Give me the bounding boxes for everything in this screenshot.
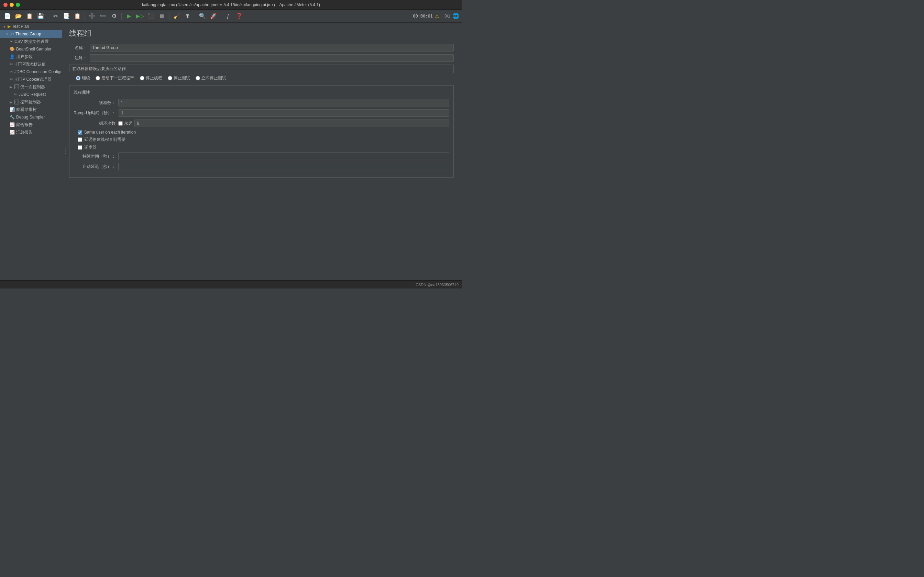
save-button[interactable]: 💾 <box>36 11 45 21</box>
radio-stop-test[interactable]: 停止测试 <box>168 75 190 81</box>
paste-button[interactable]: 📋 <box>73 11 82 21</box>
sidebar-item-csv[interactable]: ✂ CSV 数据文件设置 <box>0 38 62 45</box>
radio-stop-now[interactable]: 立即停止测试 <box>195 75 226 81</box>
thread-group-icon: ⚙ <box>10 32 14 36</box>
sidebar-item-label: 汇总报告 <box>16 129 33 135</box>
sidebar-item-label: 仅一次控制器 <box>20 84 45 90</box>
same-user-checkbox[interactable] <box>78 130 82 135</box>
sidebar-item-user-params[interactable]: 👤 用户参数 <box>0 53 62 60</box>
sidebar-item-jdbc-config[interactable]: ✂ JDBC Connection Configuration <box>0 68 62 76</box>
delay-create-checkbox[interactable] <box>78 137 82 142</box>
sidebar-item-label: HTTP Cookie管理器 <box>15 77 52 82</box>
new-button[interactable]: 📄 <box>3 11 12 21</box>
loop-forever-option[interactable]: 永远 <box>118 121 132 126</box>
sidebar-item-thread-group[interactable]: ▼ ⚙ Thread Group <box>0 30 62 38</box>
add-button[interactable]: ➕ <box>87 11 97 21</box>
copy-button[interactable]: 📑 <box>61 11 71 21</box>
sidebar-item-http-cookie[interactable]: ✂ HTTP Cookie管理器 <box>0 76 62 83</box>
toggle-button[interactable]: ⚙ <box>109 11 119 21</box>
expand-icon: ▼ <box>5 32 9 36</box>
radio-stop-thread[interactable]: 停止线程 <box>140 75 162 81</box>
duration-row: 持续时间（秒）： <box>74 153 449 160</box>
minimize-button[interactable] <box>10 3 14 7</box>
clear-button[interactable]: 🧹 <box>172 11 181 21</box>
beanshell-icon: 🎨 <box>10 47 15 52</box>
loop-control-icon: □ <box>15 100 19 105</box>
radio-continue[interactable]: 继续 <box>76 75 90 81</box>
duration-label: 持续时间（秒）： <box>74 153 118 160</box>
http-cookie-icon: ✂ <box>10 77 13 82</box>
save-as-button[interactable]: 📋 <box>25 11 34 21</box>
open-button[interactable]: 📂 <box>14 11 23 21</box>
window-controls[interactable] <box>3 3 20 7</box>
sidebar-item-label: HTTP请求默认值 <box>15 61 46 67</box>
clear-all-button[interactable]: 🗑 <box>183 11 192 21</box>
search-button[interactable]: 🔍 <box>198 11 207 21</box>
duration-input[interactable] <box>118 153 449 160</box>
scheduler-checkbox[interactable] <box>78 145 82 150</box>
toolbar-separator-3 <box>121 13 122 19</box>
warning-icon: ⚠ <box>435 13 439 19</box>
run-button[interactable]: ▶ <box>124 11 134 21</box>
run-no-pause-button[interactable]: ▶▷ <box>135 11 145 21</box>
radio-stop-now-input[interactable] <box>195 76 200 81</box>
sidebar-item-label: 聚合报告 <box>16 122 33 128</box>
close-button[interactable] <box>3 3 8 7</box>
loop-count-input[interactable] <box>134 119 449 127</box>
sidebar-item-label: 用户参数 <box>16 54 33 60</box>
sidebar-item-agg-report[interactable]: 📈 聚合报告 <box>0 121 62 129</box>
ramp-up-input[interactable] <box>119 109 449 117</box>
startup-delay-label: 启动延迟（秒）： <box>74 164 118 170</box>
function-button[interactable]: ƒ <box>223 11 233 21</box>
name-input[interactable] <box>90 44 454 52</box>
startup-delay-input[interactable] <box>118 163 449 170</box>
loop-count-label: 循环次数 <box>74 121 118 126</box>
radio-stop-thread-input[interactable] <box>140 76 144 81</box>
loop-forever-checkbox[interactable] <box>118 121 123 126</box>
sidebar-item-label: JDBC Request <box>19 92 46 97</box>
stop-button[interactable]: ⬛ <box>146 11 156 21</box>
sidebar-item-debug-sampler[interactable]: 🔧 Debug Sampler <box>0 113 62 121</box>
loop-count-row: 循环次数 永远 <box>74 119 449 127</box>
remote-button[interactable]: 🚀 <box>208 11 218 21</box>
sidebar-item-http-default[interactable]: ✂ HTTP请求默认值 <box>0 60 62 68</box>
once-control-icon: □ <box>15 84 19 89</box>
error-radio-group: 继续 启动下一进程循环 停止线程 停止测试 <box>69 75 454 81</box>
thread-count-input[interactable] <box>118 99 449 106</box>
radio-start-next[interactable]: 启动下一进程循环 <box>95 75 134 81</box>
loop-forever-label: 永远 <box>124 121 132 126</box>
sidebar-item-beanshell[interactable]: 🎨 BeanShell Sampler <box>0 45 62 53</box>
toolbar: 📄 📂 📋 💾 ✂ 📑 📋 ➕ ➖ ⚙ ▶ ▶▷ ⬛ ⏹ 🧹 🗑 🔍 🚀 ƒ ❓… <box>0 10 462 23</box>
comment-input[interactable] <box>90 54 454 62</box>
thread-count-row: 线程数： <box>74 99 449 106</box>
sidebar-item-label: 察看结果树 <box>16 107 37 113</box>
view-results-icon: 📊 <box>10 107 15 112</box>
sidebar-item-jdbc-request[interactable]: ✂ JDBC Request <box>0 91 62 98</box>
csv-icon: ✂ <box>10 39 13 44</box>
sidebar-item-view-results[interactable]: 📊 察看结果树 <box>0 106 62 113</box>
toolbar-separator-5 <box>195 13 195 19</box>
sidebar-item-once-control[interactable]: ▶ □ 仅一次控制器 <box>0 83 62 91</box>
help-button[interactable]: ❓ <box>234 11 244 21</box>
sidebar-item-label: 循环控制器 <box>20 99 41 105</box>
status-text: CSDN @qq13933506749 <box>415 283 459 287</box>
expand-icon: ▼ <box>3 25 6 29</box>
expand-icon: ▶ <box>10 100 13 104</box>
remove-button[interactable]: ➖ <box>98 11 108 21</box>
radio-start-next-input[interactable] <box>95 76 100 81</box>
sidebar-item-test-plan[interactable]: ▼ ▶ Test Plan <box>0 23 62 30</box>
sidebar-item-loop-control[interactable]: ▶ □ 循环控制器 <box>0 98 62 106</box>
globe-icon: 🌐 <box>452 13 459 19</box>
radio-continue-label: 继续 <box>82 75 90 81</box>
stop-now-button[interactable]: ⏹ <box>157 11 167 21</box>
delay-create-row: 延迟创建线程直到需要 <box>74 137 449 143</box>
radio-continue-input[interactable] <box>76 76 81 81</box>
revert-button[interactable]: ✂ <box>50 11 60 21</box>
sidebar-item-summary-report[interactable]: 📈 汇总报告 <box>0 129 62 136</box>
thread-props-title: 线程属性 <box>74 90 449 95</box>
radio-stop-test-input[interactable] <box>168 76 172 81</box>
timer-display: 00:00:01 <box>413 14 433 19</box>
maximize-button[interactable] <box>16 3 20 7</box>
expand-icon: ▶ <box>10 85 13 89</box>
thread-count: 0/1 <box>444 14 450 19</box>
